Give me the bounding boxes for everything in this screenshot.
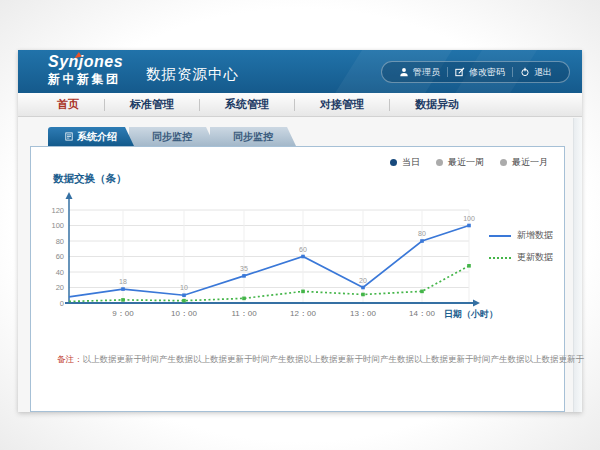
- svg-text:0: 0: [60, 299, 64, 308]
- range-filter: 当日 最近一周 最近一月: [390, 156, 548, 169]
- power-icon: [520, 67, 530, 77]
- legend-label: 更新数据: [517, 251, 553, 264]
- chart-panel: 当日 最近一周 最近一月 数据交换（条） 0204060801001209：00…: [30, 146, 565, 412]
- svg-text:60: 60: [56, 252, 64, 261]
- page-title: 数据资源中心: [146, 65, 239, 84]
- legend-item-update-data[interactable]: 更新数据: [489, 251, 553, 264]
- svg-text:14：00: 14：00: [409, 309, 435, 318]
- svg-text:12：00: 12：00: [290, 309, 316, 318]
- radio-dot-icon: [436, 159, 443, 166]
- nav-item-home[interactable]: 首页: [32, 97, 104, 112]
- logout-button[interactable]: 退出: [513, 66, 559, 79]
- radio-dot-icon: [500, 159, 507, 166]
- tab-bar: 系统介绍 同步监控 同步监控: [48, 127, 296, 146]
- user-toolbar: 管理员 修改密码 退出: [381, 61, 570, 83]
- chart-legend: 新增数据 更新数据: [489, 229, 553, 273]
- footnote-prefix: 备注：: [57, 354, 83, 364]
- scrollbar[interactable]: [573, 118, 582, 412]
- tab-sync-monitor-1[interactable]: 同步监控: [129, 127, 215, 146]
- app-window: Synjones 新中新集团 数据资源中心 管理员 修改密码 退出: [18, 50, 582, 412]
- logout-label: 退出: [534, 66, 552, 79]
- line-chart-svg: 0204060801001209：0010：0011：0012：0013：001…: [31, 147, 564, 411]
- svg-text:18: 18: [119, 278, 127, 285]
- user-icon: [399, 67, 409, 77]
- svg-text:日期（小时）: 日期（小时）: [444, 309, 498, 319]
- svg-text:80: 80: [56, 237, 64, 246]
- footnote-text: 以上数据更新于时间产生数据以上数据更新于时间产生数据以上数据更新于时间产生数据以…: [83, 354, 585, 364]
- edit-icon: [455, 67, 465, 77]
- svg-text:13：00: 13：00: [350, 309, 376, 318]
- change-password-label: 修改密码: [469, 66, 505, 79]
- radio-label: 最近一周: [448, 156, 484, 169]
- nav-item-data-change[interactable]: 数据异动: [390, 97, 484, 112]
- svg-text:9：00: 9：00: [112, 309, 134, 318]
- nav-item-system-mgmt[interactable]: 系统管理: [200, 97, 294, 112]
- radio-label: 当日: [402, 156, 420, 169]
- tab-label: 系统介绍: [77, 130, 117, 144]
- legend-label: 新增数据: [517, 229, 553, 242]
- svg-text:100: 100: [463, 215, 475, 222]
- page-background: Synjones 新中新集团 数据资源中心 管理员 修改密码 退出: [0, 0, 600, 450]
- chart-title: 数据交换（条）: [53, 172, 127, 186]
- radio-today[interactable]: 当日: [390, 156, 420, 169]
- footnote: 备注：以上数据更新于时间产生数据以上数据更新于时间产生数据以上数据更新于时间产生…: [57, 354, 584, 366]
- app-header: Synjones 新中新集团 数据资源中心 管理员 修改密码 退出: [18, 50, 582, 93]
- logo-subtext: 新中新集团: [48, 73, 123, 85]
- main-nav: 首页 标准管理 系统管理 对接管理 数据异动: [18, 93, 582, 117]
- tab-system-intro[interactable]: 系统介绍: [48, 127, 134, 146]
- svg-text:10: 10: [180, 284, 188, 291]
- brand-logo[interactable]: Synjones 新中新集团: [48, 54, 123, 85]
- user-menu-button[interactable]: 管理员: [392, 66, 447, 79]
- document-icon: [65, 132, 73, 141]
- svg-text:10：00: 10：00: [171, 309, 197, 318]
- svg-text:40: 40: [56, 268, 64, 277]
- svg-text:20: 20: [56, 283, 64, 292]
- tab-label: 同步监控: [152, 130, 192, 144]
- user-label: 管理员: [413, 66, 440, 79]
- svg-text:100: 100: [51, 221, 64, 230]
- change-password-button[interactable]: 修改密码: [448, 66, 512, 79]
- tab-label: 同步监控: [233, 130, 273, 144]
- svg-text:20: 20: [359, 277, 367, 284]
- radio-last-month[interactable]: 最近一月: [500, 156, 548, 169]
- radio-last-week[interactable]: 最近一周: [436, 156, 484, 169]
- legend-item-new-data[interactable]: 新增数据: [489, 229, 553, 242]
- radio-dot-icon: [390, 159, 397, 166]
- legend-swatch-dotted-line: [489, 257, 511, 259]
- svg-text:80: 80: [418, 230, 426, 237]
- nav-item-integration-mgmt[interactable]: 对接管理: [295, 97, 389, 112]
- radio-label: 最近一月: [512, 156, 548, 169]
- svg-text:120: 120: [51, 206, 64, 215]
- svg-text:35: 35: [240, 265, 248, 272]
- legend-swatch-solid-line: [489, 235, 511, 237]
- svg-text:11：00: 11：00: [231, 309, 257, 318]
- nav-item-standard-mgmt[interactable]: 标准管理: [105, 97, 199, 112]
- logo-text: Synjones: [48, 54, 123, 70]
- tab-sync-monitor-2[interactable]: 同步监控: [210, 127, 296, 146]
- svg-text:60: 60: [299, 246, 307, 253]
